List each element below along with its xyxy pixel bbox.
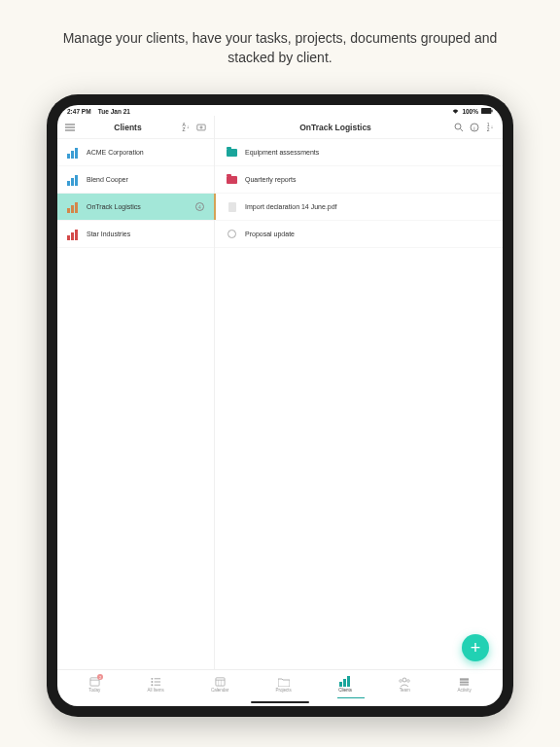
item-name: Import declaration 14 June.pdf: [245, 203, 337, 210]
nav-team[interactable]: Team: [399, 676, 410, 693]
detail-item-document[interactable]: Import declaration 14 June.pdf: [215, 194, 503, 221]
svg-rect-24: [339, 682, 342, 687]
tablet-frame: 2:47 PM Tue Jan 21 100%: [47, 94, 513, 717]
marketing-headline: Manage your clients, have your tasks, pr…: [61, 29, 499, 67]
detail-header: OnTrack Logistics i 12↓: [215, 116, 503, 139]
building-icon: [67, 147, 79, 159]
svg-rect-25: [343, 679, 346, 687]
task-circle-icon: [227, 230, 237, 239]
svg-point-28: [400, 679, 402, 682]
client-item-ontrack[interactable]: OnTrack Logistics 4: [57, 194, 214, 221]
building-icon: [67, 229, 79, 240]
today-badge: 2: [97, 674, 103, 680]
clients-list: ACME Corporation Blend Cooper OnTrack Lo…: [57, 139, 214, 669]
status-left: 2:47 PM Tue Jan 21: [67, 108, 130, 115]
add-fab-button[interactable]: +: [462, 634, 489, 661]
detail-item-folder[interactable]: Equipment assessments: [215, 139, 503, 166]
today-calendar-icon: 2: [88, 676, 100, 687]
building-icon: [67, 201, 79, 213]
info-icon[interactable]: i: [470, 123, 479, 132]
svg-line-9: [461, 128, 464, 131]
sort-order-icon[interactable]: 12↓: [485, 123, 495, 132]
clients-header: Clients AZ↓: [57, 116, 214, 139]
wifi-icon: [452, 108, 459, 115]
search-icon[interactable]: [454, 123, 464, 132]
clients-building-icon: [339, 676, 351, 687]
building-icon: [67, 174, 79, 186]
client-item-blend[interactable]: Blend Cooper: [57, 166, 214, 194]
folder-icon: [227, 148, 237, 158]
nav-clients[interactable]: Clients: [338, 676, 352, 693]
battery-icon: [481, 108, 493, 115]
nav-label: Today: [88, 688, 100, 693]
nav-label: Team: [400, 688, 410, 693]
nav-projects[interactable]: Projects: [276, 676, 292, 693]
svg-point-29: [407, 679, 410, 682]
client-name: OnTrack Logistics: [87, 203, 141, 210]
detail-pane: OnTrack Logistics i 12↓ Equipment assess…: [215, 116, 503, 669]
svg-rect-1: [491, 110, 492, 113]
svg-point-8: [455, 124, 461, 129]
team-people-icon: [399, 676, 410, 687]
list-icon: [150, 676, 161, 687]
nav-label: Calendar: [211, 688, 228, 693]
svg-point-16: [151, 681, 153, 683]
clients-title: Clients: [81, 123, 175, 132]
nav-label: All Items: [147, 688, 163, 693]
svg-point-27: [402, 678, 406, 682]
svg-point-18: [151, 684, 153, 686]
clients-pane: Clients AZ↓ ACME Corporation: [57, 116, 215, 669]
nav-active-underline: [337, 697, 365, 699]
svg-rect-0: [481, 108, 491, 114]
svg-rect-26: [347, 676, 350, 687]
home-indicator[interactable]: [251, 701, 309, 704]
activity-stack-icon: [459, 676, 471, 687]
svg-rect-31: [460, 681, 469, 683]
app-content: Clients AZ↓ ACME Corporation: [57, 116, 503, 669]
client-item-acme[interactable]: ACME Corporation: [57, 139, 214, 166]
add-client-icon[interactable]: [196, 123, 206, 132]
client-name: ACME Corporation: [87, 149, 144, 156]
item-name: Quarterly reports: [245, 176, 297, 183]
client-count-badge: 4: [195, 202, 204, 211]
hamburger-icon[interactable]: [65, 123, 75, 132]
folder-icon: [227, 175, 237, 185]
nav-label: Clients: [338, 688, 352, 693]
status-time: 2:47 PM: [67, 108, 91, 115]
client-name: Blend Cooper: [87, 176, 128, 183]
nav-activity[interactable]: Activity: [458, 676, 472, 693]
client-item-star[interactable]: Star Industries: [57, 221, 214, 248]
detail-items-list: Equipment assessments Quarterly reports …: [215, 139, 503, 669]
svg-rect-30: [460, 678, 469, 680]
tablet-screen: 2:47 PM Tue Jan 21 100%: [57, 105, 503, 706]
document-icon: [227, 202, 237, 212]
detail-item-task[interactable]: Proposal update: [215, 221, 503, 248]
status-bar: 2:47 PM Tue Jan 21 100%: [57, 105, 503, 116]
nav-label: Projects: [276, 688, 292, 693]
status-date: Tue Jan 21: [98, 108, 130, 115]
svg-rect-32: [460, 684, 469, 685]
projects-folder-icon: [278, 676, 290, 687]
item-name: Proposal update: [245, 231, 295, 237]
svg-text:i: i: [473, 124, 474, 130]
sort-az-icon[interactable]: AZ↓: [181, 123, 191, 132]
svg-point-14: [151, 678, 153, 680]
svg-rect-20: [216, 678, 225, 686]
item-name: Equipment assessments: [245, 149, 319, 156]
detail-title: OnTrack Logistics: [223, 123, 448, 132]
nav-label: Activity: [458, 688, 472, 693]
client-name: Star Industries: [87, 231, 130, 237]
nav-today[interactable]: 2 Today: [88, 676, 100, 693]
status-right: 100%: [452, 108, 493, 115]
nav-calendar[interactable]: Calendar: [211, 676, 228, 693]
battery-text: 100%: [462, 108, 478, 115]
calendar-icon: [214, 676, 226, 687]
nav-allitems[interactable]: All Items: [147, 676, 163, 693]
detail-item-folder[interactable]: Quarterly reports: [215, 166, 503, 194]
